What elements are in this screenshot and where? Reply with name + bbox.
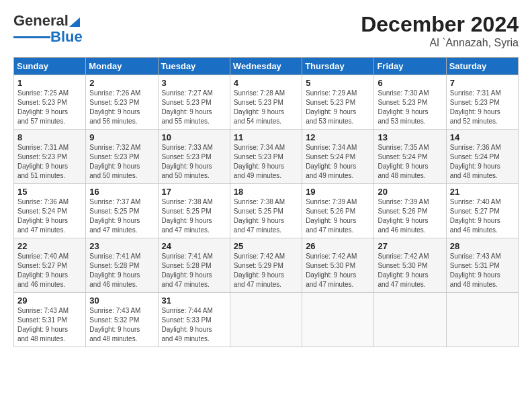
day-info: Sunrise: 7:31 AM Sunset: 5:23 PM Dayligh… xyxy=(450,89,515,126)
day-cell: 29Sunrise: 7:43 AM Sunset: 5:31 PM Dayli… xyxy=(14,293,86,347)
day-info: Sunrise: 7:39 AM Sunset: 5:26 PM Dayligh… xyxy=(378,197,443,235)
day-number: 26 xyxy=(306,241,371,251)
day-number: 1 xyxy=(17,78,83,88)
day-cell: 28Sunrise: 7:43 AM Sunset: 5:31 PM Dayli… xyxy=(446,238,518,293)
col-wednesday: Wednesday xyxy=(230,58,302,75)
day-number: 29 xyxy=(17,295,83,306)
logo-general: General xyxy=(13,12,69,30)
day-info: Sunrise: 7:34 AM Sunset: 5:23 PM Dayligh… xyxy=(234,143,299,181)
day-number: 18 xyxy=(234,187,299,197)
day-cell: 20Sunrise: 7:39 AM Sunset: 5:26 PM Dayli… xyxy=(374,184,446,238)
day-number: 11 xyxy=(234,132,299,142)
logo-blue: Blue xyxy=(50,28,83,46)
day-number: 31 xyxy=(162,295,227,306)
day-number: 19 xyxy=(306,187,371,197)
day-cell: 4Sunrise: 7:28 AM Sunset: 5:23 PM Daylig… xyxy=(230,75,302,130)
day-info: Sunrise: 7:34 AM Sunset: 5:24 PM Dayligh… xyxy=(306,143,371,181)
col-saturday: Saturday xyxy=(446,58,518,75)
day-cell: 27Sunrise: 7:42 AM Sunset: 5:30 PM Dayli… xyxy=(374,238,446,293)
day-cell: 8Sunrise: 7:31 AM Sunset: 5:23 PM Daylig… xyxy=(14,130,86,184)
day-cell: 13Sunrise: 7:35 AM Sunset: 5:24 PM Dayli… xyxy=(374,130,446,184)
day-info: Sunrise: 7:43 AM Sunset: 5:32 PM Dayligh… xyxy=(89,306,154,344)
week-row-2: 8Sunrise: 7:31 AM Sunset: 5:23 PM Daylig… xyxy=(14,130,519,184)
day-number: 24 xyxy=(162,241,227,251)
day-cell: 3Sunrise: 7:27 AM Sunset: 5:23 PM Daylig… xyxy=(158,75,230,130)
col-thursday: Thursday xyxy=(302,58,374,75)
day-info: Sunrise: 7:26 AM Sunset: 5:23 PM Dayligh… xyxy=(89,89,154,126)
calendar-body: 1Sunrise: 7:25 AM Sunset: 5:23 PM Daylig… xyxy=(14,75,519,347)
week-row-4: 22Sunrise: 7:40 AM Sunset: 5:27 PM Dayli… xyxy=(14,238,519,293)
day-cell: 23Sunrise: 7:41 AM Sunset: 5:28 PM Dayli… xyxy=(86,238,158,293)
col-tuesday: Tuesday xyxy=(158,58,230,75)
day-cell: 31Sunrise: 7:44 AM Sunset: 5:33 PM Dayli… xyxy=(158,293,230,347)
day-info: Sunrise: 7:41 AM Sunset: 5:28 PM Dayligh… xyxy=(89,252,154,289)
day-number: 23 xyxy=(89,241,154,251)
day-number: 12 xyxy=(306,132,371,142)
day-cell: 17Sunrise: 7:38 AM Sunset: 5:25 PM Dayli… xyxy=(158,184,230,238)
day-info: Sunrise: 7:38 AM Sunset: 5:25 PM Dayligh… xyxy=(234,197,299,235)
day-cell: 22Sunrise: 7:40 AM Sunset: 5:27 PM Dayli… xyxy=(14,238,86,293)
day-number: 2 xyxy=(89,78,154,88)
day-info: Sunrise: 7:25 AM Sunset: 5:23 PM Dayligh… xyxy=(17,89,83,126)
day-number: 10 xyxy=(162,132,227,142)
day-cell: 26Sunrise: 7:42 AM Sunset: 5:30 PM Dayli… xyxy=(302,238,374,293)
page-container: General Blue December 2024 Al `Annazah, … xyxy=(0,0,532,354)
week-row-3: 15Sunrise: 7:36 AM Sunset: 5:24 PM Dayli… xyxy=(14,184,519,238)
day-cell: 10Sunrise: 7:33 AM Sunset: 5:23 PM Dayli… xyxy=(158,130,230,184)
week-row-5: 29Sunrise: 7:43 AM Sunset: 5:31 PM Dayli… xyxy=(14,293,519,347)
day-cell: 24Sunrise: 7:41 AM Sunset: 5:28 PM Dayli… xyxy=(158,238,230,293)
day-number: 9 xyxy=(89,132,154,142)
day-number: 21 xyxy=(450,187,515,197)
day-number: 16 xyxy=(89,187,154,197)
day-number: 25 xyxy=(234,241,299,251)
logo-underline xyxy=(13,36,50,38)
day-info: Sunrise: 7:35 AM Sunset: 5:24 PM Dayligh… xyxy=(378,143,443,181)
col-friday: Friday xyxy=(374,58,446,75)
day-info: Sunrise: 7:36 AM Sunset: 5:24 PM Dayligh… xyxy=(17,197,83,235)
title-block: December 2024 Al `Annazah, Syria xyxy=(361,12,519,49)
day-number: 28 xyxy=(450,241,515,251)
day-number: 5 xyxy=(306,78,371,88)
day-info: Sunrise: 7:42 AM Sunset: 5:30 PM Dayligh… xyxy=(378,252,443,289)
day-info: Sunrise: 7:32 AM Sunset: 5:23 PM Dayligh… xyxy=(89,143,154,181)
day-cell xyxy=(302,293,374,347)
day-cell: 25Sunrise: 7:42 AM Sunset: 5:29 PM Dayli… xyxy=(230,238,302,293)
day-info: Sunrise: 7:38 AM Sunset: 5:25 PM Dayligh… xyxy=(162,197,227,235)
svg-marker-0 xyxy=(69,17,80,27)
calendar-title: December 2024 xyxy=(361,12,519,37)
day-info: Sunrise: 7:28 AM Sunset: 5:23 PM Dayligh… xyxy=(234,89,299,126)
day-info: Sunrise: 7:30 AM Sunset: 5:23 PM Dayligh… xyxy=(378,89,443,126)
day-number: 7 xyxy=(450,78,515,88)
header-row: Sunday Monday Tuesday Wednesday Thursday… xyxy=(14,58,519,75)
day-cell: 30Sunrise: 7:43 AM Sunset: 5:32 PM Dayli… xyxy=(86,293,158,347)
day-number: 27 xyxy=(378,241,443,251)
day-info: Sunrise: 7:31 AM Sunset: 5:23 PM Dayligh… xyxy=(17,143,83,181)
day-info: Sunrise: 7:42 AM Sunset: 5:30 PM Dayligh… xyxy=(306,252,371,289)
day-number: 8 xyxy=(17,132,83,142)
day-cell: 2Sunrise: 7:26 AM Sunset: 5:23 PM Daylig… xyxy=(86,75,158,130)
day-cell xyxy=(446,293,518,347)
day-cell: 5Sunrise: 7:29 AM Sunset: 5:23 PM Daylig… xyxy=(302,75,374,130)
calendar-subtitle: Al `Annazah, Syria xyxy=(361,37,519,49)
header: General Blue December 2024 Al `Annazah, … xyxy=(13,12,519,49)
day-info: Sunrise: 7:39 AM Sunset: 5:26 PM Dayligh… xyxy=(306,197,371,235)
day-cell: 1Sunrise: 7:25 AM Sunset: 5:23 PM Daylig… xyxy=(14,75,86,130)
day-cell: 7Sunrise: 7:31 AM Sunset: 5:23 PM Daylig… xyxy=(446,75,518,130)
week-row-1: 1Sunrise: 7:25 AM Sunset: 5:23 PM Daylig… xyxy=(14,75,519,130)
day-info: Sunrise: 7:29 AM Sunset: 5:23 PM Dayligh… xyxy=(306,89,371,126)
day-cell: 11Sunrise: 7:34 AM Sunset: 5:23 PM Dayli… xyxy=(230,130,302,184)
day-number: 14 xyxy=(450,132,515,142)
day-number: 4 xyxy=(234,78,299,88)
day-info: Sunrise: 7:43 AM Sunset: 5:31 PM Dayligh… xyxy=(17,306,83,344)
day-number: 17 xyxy=(162,187,227,197)
day-info: Sunrise: 7:37 AM Sunset: 5:25 PM Dayligh… xyxy=(89,197,154,235)
day-cell: 6Sunrise: 7:30 AM Sunset: 5:23 PM Daylig… xyxy=(374,75,446,130)
logo: General Blue xyxy=(13,12,83,46)
day-number: 13 xyxy=(378,132,443,142)
day-cell: 21Sunrise: 7:40 AM Sunset: 5:27 PM Dayli… xyxy=(446,184,518,238)
day-info: Sunrise: 7:40 AM Sunset: 5:27 PM Dayligh… xyxy=(450,197,515,235)
day-number: 30 xyxy=(89,295,154,306)
day-info: Sunrise: 7:36 AM Sunset: 5:24 PM Dayligh… xyxy=(450,143,515,181)
calendar-table: Sunday Monday Tuesday Wednesday Thursday… xyxy=(13,57,519,347)
day-cell: 15Sunrise: 7:36 AM Sunset: 5:24 PM Dayli… xyxy=(14,184,86,238)
